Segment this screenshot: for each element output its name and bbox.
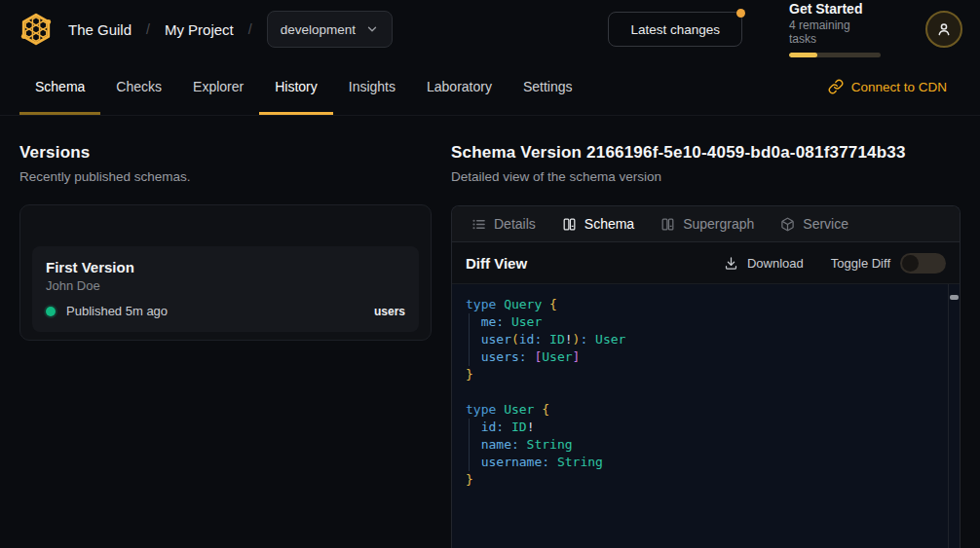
link-icon <box>828 79 844 94</box>
download-icon <box>724 256 738 271</box>
code-line: } <box>466 366 936 384</box>
indent-guide <box>469 419 470 471</box>
app-window: The Guild / My Project / development Lat… <box>0 0 980 548</box>
code-line: id: ID! <box>466 419 936 436</box>
code-line <box>466 384 936 401</box>
toggle-diff-knob <box>902 255 919 272</box>
get-started-remaining-tasks: 4 remaining tasks <box>789 18 881 46</box>
detail-tab-label: Service <box>803 216 848 232</box>
code-line: users: [User] <box>466 348 936 366</box>
schema-version-subtitle: Detailed view of the schema version <box>451 169 961 184</box>
toggle-diff-switch[interactable] <box>900 253 946 274</box>
versions-title: Versions <box>19 143 432 163</box>
get-started-progress-track <box>789 53 881 57</box>
person-icon <box>934 19 954 39</box>
versions-subtitle: Recently published schemas. <box>19 169 432 184</box>
toggle-diff-label: Toggle Diff <box>831 256 890 271</box>
download-label: Download <box>747 256 804 271</box>
detail-tab-details[interactable]: Details <box>471 216 536 232</box>
versions-column: Versions Recently published schemas. Fir… <box>0 116 451 548</box>
notification-dot <box>736 9 745 18</box>
tab-history[interactable]: History <box>259 58 333 115</box>
top-header: The Guild / My Project / development Lat… <box>0 0 980 58</box>
get-started-progress-fill <box>789 53 817 57</box>
indent-guide <box>469 313 470 366</box>
code-scrollbar[interactable] <box>948 284 960 548</box>
download-button[interactable]: Download <box>724 256 804 271</box>
detail-tab-label: Supergraph <box>683 216 754 232</box>
tab-settings[interactable]: Settings <box>508 58 588 115</box>
code-line: user(id: ID!): User <box>466 331 936 348</box>
user-avatar[interactable] <box>925 11 962 48</box>
hive-logo-icon[interactable] <box>18 11 55 48</box>
code-line: } <box>466 471 936 489</box>
latest-changes-label: Latest changes <box>630 22 720 37</box>
chevron-down-icon <box>365 22 379 36</box>
list-icon <box>471 217 486 232</box>
detail-tab-label: Schema <box>584 216 634 232</box>
connect-to-cdn-button[interactable]: Connect to CDN <box>828 58 980 115</box>
schema-detail-panel: Details Schema <box>451 205 961 548</box>
version-author: John Doe <box>46 278 405 293</box>
tab-schema[interactable]: Schema <box>19 58 100 115</box>
diff-view-title: Diff View <box>466 255 527 272</box>
code-content: type Query { me: User user(id: ID!): Use… <box>466 296 936 489</box>
code-line: username: String <box>466 454 936 471</box>
version-service-badge: users <box>374 305 405 318</box>
version-status-row: Published 5m ago users <box>46 304 405 318</box>
main-content: Versions Recently published schemas. Fir… <box>0 116 980 548</box>
versions-list-card: First Version John Doe Published 5m ago … <box>19 204 432 341</box>
version-name: First Version <box>46 259 405 275</box>
code-line: type User { <box>466 401 936 419</box>
version-detail-column: Schema Version 2166196f-5e10-4059-bd0a-0… <box>451 116 980 548</box>
tab-laboratory[interactable]: Laboratory <box>411 58 508 115</box>
version-list-item[interactable]: First Version John Doe Published 5m ago … <box>32 246 419 332</box>
version-status: Published 5m ago <box>66 304 168 318</box>
get-started-title: Get Started <box>789 1 881 17</box>
breadcrumb-separator: / <box>146 21 150 37</box>
published-dot-icon <box>46 307 56 316</box>
tab-checks[interactable]: Checks <box>100 58 177 115</box>
code-scrollbar-thumb[interactable] <box>950 295 959 300</box>
split-columns-icon <box>660 217 675 232</box>
latest-changes-button[interactable]: Latest changes <box>608 12 742 47</box>
detail-tab-label: Details <box>494 216 536 232</box>
breadcrumb: The Guild / My Project / development <box>68 11 393 48</box>
tab-insights[interactable]: Insights <box>333 58 411 115</box>
environment-selector-value: development <box>281 22 356 37</box>
cube-icon <box>780 217 795 232</box>
schema-version-title: Schema Version 2166196f-5e10-4059-bd0a-0… <box>451 143 961 163</box>
tab-explorer[interactable]: Explorer <box>177 58 259 115</box>
code-line: me: User <box>466 313 936 331</box>
breadcrumb-separator: / <box>248 21 252 37</box>
breadcrumb-project[interactable]: My Project <box>165 21 234 38</box>
detail-tab-service[interactable]: Service <box>780 216 848 232</box>
schema-code-viewer: type Query { me: User user(id: ID!): Use… <box>452 284 960 548</box>
primary-tab-bar: Schema Checks Explorer History Insights … <box>0 58 980 116</box>
connect-to-cdn-label: Connect to CDN <box>851 80 947 94</box>
code-line: type Query { <box>466 296 936 313</box>
code-line: name: String <box>466 436 936 454</box>
detail-tab-schema[interactable]: Schema <box>562 216 634 232</box>
breadcrumb-org[interactable]: The Guild <box>68 21 132 38</box>
get-started-widget[interactable]: Get Started 4 remaining tasks <box>789 1 881 57</box>
diff-view-header: Diff View Download Toggle Diff <box>452 242 960 284</box>
environment-selector[interactable]: development <box>267 11 393 48</box>
split-columns-icon <box>562 217 577 232</box>
detail-tab-bar: Details Schema <box>452 206 960 242</box>
detail-tab-supergraph[interactable]: Supergraph <box>660 216 754 232</box>
